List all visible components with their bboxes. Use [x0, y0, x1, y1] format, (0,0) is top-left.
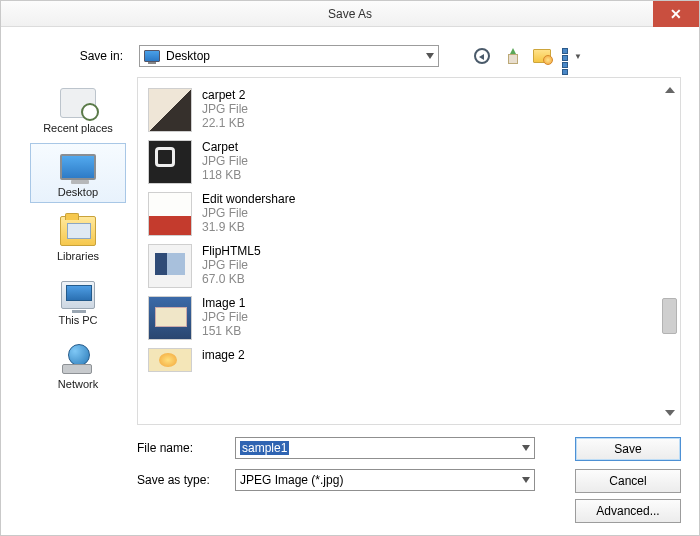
buttons-column: Save Cancel — [575, 437, 681, 493]
advanced-button[interactable]: Advanced... — [575, 499, 681, 523]
place-network[interactable]: Network — [30, 335, 126, 395]
back-button[interactable] — [471, 45, 493, 67]
new-folder-icon — [533, 49, 551, 63]
file-size: 31.9 KB — [202, 220, 295, 234]
up-one-level-button[interactable] — [501, 45, 523, 67]
place-recent[interactable]: Recent places — [30, 79, 126, 139]
savetype-row: Save as type: JPEG Image (*.jpg) — [137, 469, 561, 491]
thumbnail-icon — [148, 348, 192, 372]
file-item[interactable]: carpet 2 JPG File 22.1 KB — [146, 84, 658, 136]
filename-label: File name: — [137, 441, 229, 455]
view-menu-button[interactable]: ▼ — [561, 45, 583, 67]
file-type: JPG File — [202, 102, 248, 116]
place-label: Recent places — [43, 122, 113, 134]
place-label: Desktop — [58, 186, 98, 198]
chevron-down-icon — [426, 53, 434, 59]
file-name: Edit wondershare — [202, 192, 295, 206]
file-size: 151 KB — [202, 324, 248, 338]
close-icon: ✕ — [670, 6, 682, 22]
chevron-down-icon[interactable] — [522, 477, 530, 483]
file-name: Carpet — [202, 140, 248, 154]
file-item[interactable]: FlipHTML5 JPG File 67.0 KB — [146, 240, 658, 292]
scrollbar-thumb[interactable] — [662, 298, 677, 334]
view-icon — [562, 48, 572, 64]
desktop-icon — [60, 154, 96, 180]
fields-column: File name: sample1 Save as type: JPEG Im… — [137, 437, 561, 493]
file-type: JPG File — [202, 310, 248, 324]
save-in-select[interactable]: Desktop — [139, 45, 439, 67]
chevron-down-icon: ▼ — [574, 52, 582, 61]
file-name: carpet 2 — [202, 88, 248, 102]
recent-places-icon — [60, 88, 96, 118]
place-this-pc[interactable]: This PC — [30, 271, 126, 331]
network-icon — [62, 344, 94, 374]
save-button[interactable]: Save — [575, 437, 681, 461]
file-type: JPG File — [202, 258, 261, 272]
place-label: Network — [58, 378, 98, 390]
file-size: 22.1 KB — [202, 116, 248, 130]
cancel-button[interactable]: Cancel — [575, 469, 681, 493]
close-button[interactable]: ✕ — [653, 1, 699, 27]
save-in-label: Save in: — [19, 49, 131, 63]
filename-row: File name: sample1 — [137, 437, 561, 459]
thumbnail-icon — [148, 192, 192, 236]
save-in-bar: Save in: Desktop ▼ — [19, 45, 681, 67]
window-title: Save As — [328, 7, 372, 21]
file-name: image 2 — [202, 348, 245, 362]
file-type: JPG File — [202, 206, 295, 220]
file-item[interactable]: Image 1 JPG File 151 KB — [146, 292, 658, 344]
thumbnail-icon — [148, 296, 192, 340]
place-label: This PC — [58, 314, 97, 326]
file-list-pane: carpet 2 JPG File 22.1 KB Carpet JPG Fil… — [137, 77, 681, 425]
savetype-select[interactable]: JPEG Image (*.jpg) — [235, 469, 535, 491]
file-size: 67.0 KB — [202, 272, 261, 286]
dialog-body: Save in: Desktop ▼ Recent places — [1, 27, 699, 535]
advanced-row: Advanced... — [19, 499, 681, 523]
libraries-icon — [60, 216, 96, 246]
new-folder-button[interactable] — [531, 45, 553, 67]
savetype-label: Save as type: — [137, 473, 229, 487]
content-area: Recent places Desktop Libraries This PC … — [19, 77, 681, 425]
save-as-dialog: Save As ✕ Save in: Desktop ▼ — [0, 0, 700, 536]
up-folder-icon — [505, 48, 519, 64]
place-label: Libraries — [57, 250, 99, 262]
filename-input[interactable]: sample1 — [235, 437, 535, 459]
savetype-value: JPEG Image (*.jpg) — [240, 473, 343, 487]
file-name: Image 1 — [202, 296, 248, 310]
save-in-value: Desktop — [166, 49, 210, 63]
titlebar: Save As ✕ — [1, 1, 699, 27]
this-pc-icon — [61, 281, 95, 309]
scroll-down-button[interactable] — [662, 405, 677, 420]
places-bar: Recent places Desktop Libraries This PC … — [19, 77, 137, 425]
thumbnail-icon — [148, 88, 192, 132]
place-libraries[interactable]: Libraries — [30, 207, 126, 267]
file-type: JPG File — [202, 154, 248, 168]
thumbnail-icon — [148, 140, 192, 184]
desktop-icon — [144, 50, 160, 62]
file-size: 118 KB — [202, 168, 248, 182]
back-icon — [474, 48, 490, 64]
thumbnail-icon — [148, 244, 192, 288]
file-list[interactable]: carpet 2 JPG File 22.1 KB Carpet JPG Fil… — [138, 78, 680, 424]
file-name: FlipHTML5 — [202, 244, 261, 258]
place-desktop[interactable]: Desktop — [30, 143, 126, 203]
file-item[interactable]: image 2 — [146, 344, 658, 376]
file-item[interactable]: Edit wondershare JPG File 31.9 KB — [146, 188, 658, 240]
chevron-down-icon[interactable] — [522, 445, 530, 451]
filename-value: sample1 — [240, 441, 289, 455]
scroll-up-button[interactable] — [662, 82, 677, 97]
file-item[interactable]: Carpet JPG File 118 KB — [146, 136, 658, 188]
bottom-area: File name: sample1 Save as type: JPEG Im… — [19, 437, 681, 493]
